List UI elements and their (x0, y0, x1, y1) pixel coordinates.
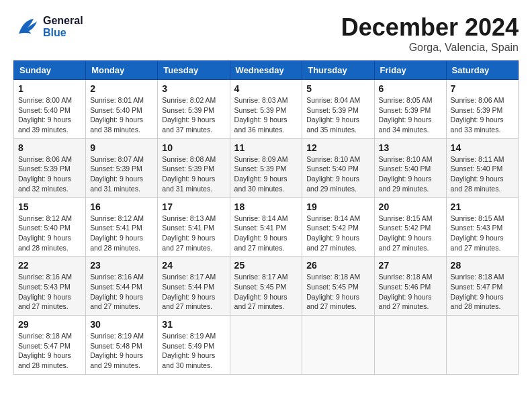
calendar-day-cell: 11Sunrise: 8:09 AM Sunset: 5:39 PM Dayli… (230, 138, 302, 197)
day-number: 17 (162, 201, 225, 212)
day-number: 21 (451, 201, 514, 212)
page-header: General Blue December 2024 Gorga, Valenc… (13, 13, 519, 54)
day-of-week-header: Monday (86, 61, 158, 80)
calendar-day-cell: 8Sunrise: 8:06 AM Sunset: 5:39 PM Daylig… (14, 138, 86, 197)
day-detail: Sunrise: 8:10 AM Sunset: 5:40 PM Dayligh… (379, 154, 442, 194)
day-number: 12 (306, 142, 369, 153)
day-number: 23 (90, 260, 153, 271)
day-detail: Sunrise: 8:07 AM Sunset: 5:39 PM Dayligh… (90, 154, 153, 194)
calendar-day-cell: 2Sunrise: 8:01 AM Sunset: 5:40 PM Daylig… (86, 80, 158, 139)
logo-icon (13, 13, 40, 40)
month-title: December 2024 (341, 13, 519, 42)
day-number: 14 (451, 142, 514, 153)
calendar-day-cell: 10Sunrise: 8:08 AM Sunset: 5:39 PM Dayli… (158, 138, 230, 197)
day-detail: Sunrise: 8:02 AM Sunset: 5:39 PM Dayligh… (162, 95, 225, 135)
day-number: 16 (90, 201, 153, 212)
calendar-day-cell: 31Sunrise: 8:19 AM Sunset: 5:49 PM Dayli… (158, 316, 230, 375)
day-number: 15 (18, 201, 81, 212)
day-number: 9 (90, 142, 153, 153)
day-number: 5 (306, 83, 369, 94)
day-of-week-header: Saturday (446, 61, 518, 80)
day-detail: Sunrise: 8:18 AM Sunset: 5:47 PM Dayligh… (18, 331, 81, 371)
day-detail: Sunrise: 8:06 AM Sunset: 5:39 PM Dayligh… (18, 154, 81, 194)
calendar-day-cell: 22Sunrise: 8:16 AM Sunset: 5:43 PM Dayli… (14, 257, 86, 316)
day-number: 2 (90, 83, 153, 94)
calendar-day-cell (230, 316, 302, 375)
day-number: 25 (234, 260, 298, 271)
calendar-day-cell: 20Sunrise: 8:15 AM Sunset: 5:42 PM Dayli… (374, 197, 446, 257)
calendar-day-cell: 27Sunrise: 8:18 AM Sunset: 5:46 PM Dayli… (374, 257, 446, 316)
day-detail: Sunrise: 8:14 AM Sunset: 5:41 PM Dayligh… (234, 214, 298, 253)
day-number: 18 (234, 201, 298, 212)
day-of-week-header: Sunday (14, 61, 86, 80)
day-number: 1 (18, 83, 81, 94)
calendar-week-row: 8Sunrise: 8:06 AM Sunset: 5:39 PM Daylig… (14, 138, 519, 197)
day-detail: Sunrise: 8:09 AM Sunset: 5:39 PM Dayligh… (234, 154, 298, 194)
day-detail: Sunrise: 8:11 AM Sunset: 5:40 PM Dayligh… (451, 154, 514, 194)
calendar-day-cell: 12Sunrise: 8:10 AM Sunset: 5:40 PM Dayli… (302, 138, 374, 197)
day-number: 13 (379, 142, 442, 153)
calendar-day-cell: 26Sunrise: 8:18 AM Sunset: 5:45 PM Dayli… (302, 257, 374, 316)
day-detail: Sunrise: 8:03 AM Sunset: 5:39 PM Dayligh… (234, 95, 298, 135)
calendar-day-cell: 23Sunrise: 8:16 AM Sunset: 5:44 PM Dayli… (86, 257, 158, 316)
logo-label: General Blue (43, 15, 83, 38)
calendar-day-cell: 3Sunrise: 8:02 AM Sunset: 5:39 PM Daylig… (158, 80, 230, 139)
calendar-day-cell: 7Sunrise: 8:06 AM Sunset: 5:39 PM Daylig… (446, 80, 518, 139)
calendar-week-row: 22Sunrise: 8:16 AM Sunset: 5:43 PM Dayli… (14, 257, 519, 316)
calendar-week-row: 29Sunrise: 8:18 AM Sunset: 5:47 PM Dayli… (14, 316, 519, 375)
calendar-day-cell: 24Sunrise: 8:17 AM Sunset: 5:44 PM Dayli… (158, 257, 230, 316)
day-number: 26 (306, 260, 369, 271)
day-number: 22 (18, 260, 81, 271)
day-number: 30 (90, 319, 153, 330)
calendar-day-cell: 29Sunrise: 8:18 AM Sunset: 5:47 PM Dayli… (14, 316, 86, 375)
calendar-day-cell: 6Sunrise: 8:05 AM Sunset: 5:39 PM Daylig… (374, 80, 446, 139)
calendar-day-cell: 15Sunrise: 8:12 AM Sunset: 5:40 PM Dayli… (14, 197, 86, 257)
day-number: 4 (234, 83, 298, 94)
logo: General Blue (13, 13, 83, 40)
day-number: 28 (451, 260, 514, 271)
calendar-week-row: 15Sunrise: 8:12 AM Sunset: 5:40 PM Dayli… (14, 197, 519, 257)
calendar-day-cell (374, 316, 446, 375)
day-number: 24 (162, 260, 225, 271)
day-detail: Sunrise: 8:13 AM Sunset: 5:41 PM Dayligh… (162, 214, 225, 253)
day-detail: Sunrise: 8:14 AM Sunset: 5:42 PM Dayligh… (306, 214, 369, 253)
calendar-day-cell: 16Sunrise: 8:12 AM Sunset: 5:41 PM Dayli… (86, 197, 158, 257)
day-number: 19 (306, 201, 369, 212)
title-block: December 2024 Gorga, Valencia, Spain (341, 13, 519, 54)
calendar-day-cell: 28Sunrise: 8:18 AM Sunset: 5:47 PM Dayli… (446, 257, 518, 316)
day-number: 7 (451, 83, 514, 94)
day-of-week-header: Thursday (302, 61, 374, 80)
calendar-day-cell: 30Sunrise: 8:19 AM Sunset: 5:48 PM Dayli… (86, 316, 158, 375)
day-detail: Sunrise: 8:10 AM Sunset: 5:40 PM Dayligh… (306, 154, 369, 194)
calendar-day-cell: 14Sunrise: 8:11 AM Sunset: 5:40 PM Dayli… (446, 138, 518, 197)
day-detail: Sunrise: 8:19 AM Sunset: 5:49 PM Dayligh… (162, 331, 225, 371)
calendar-day-cell (446, 316, 518, 375)
day-number: 20 (379, 201, 442, 212)
day-of-week-header: Wednesday (230, 61, 302, 80)
day-number: 11 (234, 142, 298, 153)
calendar-day-cell: 21Sunrise: 8:15 AM Sunset: 5:43 PM Dayli… (446, 197, 518, 257)
day-detail: Sunrise: 8:16 AM Sunset: 5:44 PM Dayligh… (90, 272, 153, 312)
day-number: 10 (162, 142, 225, 153)
day-of-week-header: Friday (374, 61, 446, 80)
day-number: 27 (379, 260, 442, 271)
day-detail: Sunrise: 8:04 AM Sunset: 5:39 PM Dayligh… (306, 95, 369, 135)
day-detail: Sunrise: 8:12 AM Sunset: 5:40 PM Dayligh… (18, 214, 81, 253)
day-of-week-header: Tuesday (158, 61, 230, 80)
day-detail: Sunrise: 8:00 AM Sunset: 5:40 PM Dayligh… (18, 95, 81, 135)
day-detail: Sunrise: 8:18 AM Sunset: 5:46 PM Dayligh… (379, 272, 442, 312)
day-detail: Sunrise: 8:18 AM Sunset: 5:45 PM Dayligh… (306, 272, 369, 312)
calendar-day-cell: 17Sunrise: 8:13 AM Sunset: 5:41 PM Dayli… (158, 197, 230, 257)
calendar-day-cell: 9Sunrise: 8:07 AM Sunset: 5:39 PM Daylig… (86, 138, 158, 197)
day-detail: Sunrise: 8:06 AM Sunset: 5:39 PM Dayligh… (451, 95, 514, 135)
day-number: 31 (162, 319, 225, 330)
location-text: Gorga, Valencia, Spain (341, 42, 519, 54)
day-detail: Sunrise: 8:08 AM Sunset: 5:39 PM Dayligh… (162, 154, 225, 194)
day-detail: Sunrise: 8:19 AM Sunset: 5:48 PM Dayligh… (90, 331, 153, 371)
day-detail: Sunrise: 8:16 AM Sunset: 5:43 PM Dayligh… (18, 272, 81, 312)
day-number: 6 (379, 83, 442, 94)
calendar-day-cell: 25Sunrise: 8:17 AM Sunset: 5:45 PM Dayli… (230, 257, 302, 316)
day-detail: Sunrise: 8:01 AM Sunset: 5:40 PM Dayligh… (90, 95, 153, 135)
day-detail: Sunrise: 8:15 AM Sunset: 5:42 PM Dayligh… (379, 214, 442, 253)
calendar-day-cell: 1Sunrise: 8:00 AM Sunset: 5:40 PM Daylig… (14, 80, 86, 139)
